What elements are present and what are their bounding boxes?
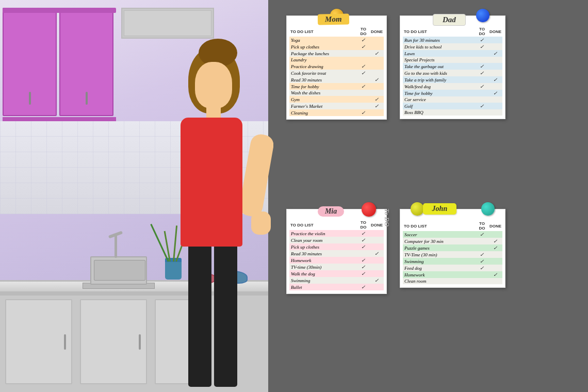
mia-todo-table: TO DO LIST TO DO DONE Practice the violi… [289,220,384,290]
john-name-sticker: John [423,203,457,215]
refrigerator: Mom TO DO LIST TO DO DONE Yoga ✓ Pick up… [268,0,588,392]
person [170,26,263,387]
dad-name-sticker: Dad [433,14,466,26]
dad-magnet [476,9,489,22]
mom-todo-card: Mom TO DO LIST TO DO DONE Yoga ✓ Pick up… [286,15,387,120]
mom-name-sticker: Mom [318,13,349,25]
mia-todo-card: Mia TO DO LIST TO DO DONE Practice the v… [286,209,387,294]
mom-todo-table: TO DO LIST TO DO DONE Yoga ✓ Pick up clo… [289,26,384,116]
john-magnet-left [411,202,424,216]
mia-magnet [362,202,376,217]
dad-todo-table: TO DO LIST TO DO DONE Run for 30 minutes… [403,26,502,116]
john-todo-card: John TO DO LIST TO DO DONE Soccer ✓ Comp… [400,209,505,288]
dad-todo-card: Dad TO DO LIST TO DO DONE Run for 30 min… [400,15,505,119]
kitchen-background [0,0,273,392]
john-todo-table: TO DO LIST TO DO DONE Soccer ✓ Computer … [403,221,502,284]
todo-vertical-label: To DO [383,208,391,226]
mia-name-sticker: Mia [318,206,344,217]
john-magnet-right [481,202,495,216]
